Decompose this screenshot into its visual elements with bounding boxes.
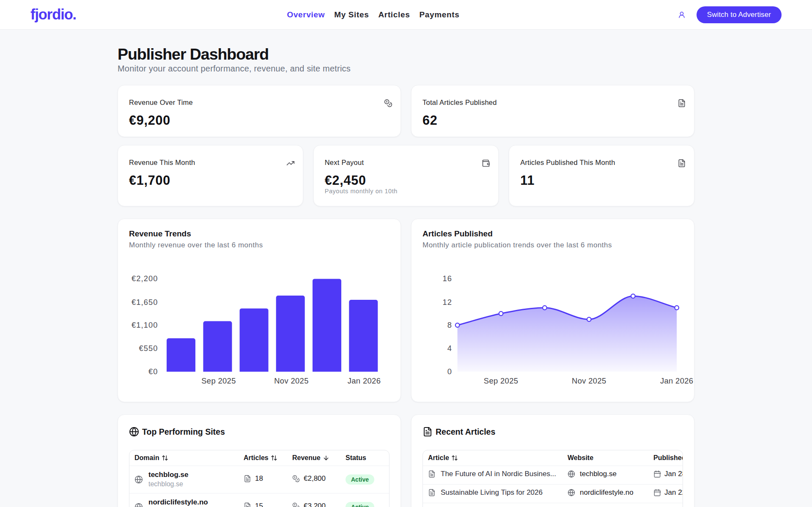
svg-text:0: 0: [447, 367, 452, 376]
svg-text:€0: €0: [148, 367, 158, 376]
svg-text:Nov 2025: Nov 2025: [572, 376, 606, 385]
svg-text:8: 8: [447, 321, 452, 329]
svg-text:Jan 2026: Jan 2026: [660, 376, 693, 385]
svg-text:€2,200: €2,200: [132, 274, 158, 283]
svg-text:€1,100: €1,100: [132, 321, 158, 329]
svg-text:Jan 2026: Jan 2026: [348, 376, 381, 385]
svg-text:Sep 2025: Sep 2025: [201, 376, 236, 385]
svg-text:€1,650: €1,650: [132, 298, 158, 307]
svg-text:Nov 2025: Nov 2025: [274, 376, 309, 385]
svg-text:12: 12: [442, 298, 452, 307]
svg-text:Sep 2025: Sep 2025: [484, 376, 518, 385]
svg-text:4: 4: [447, 344, 452, 353]
svg-text:€550: €550: [139, 344, 158, 353]
svg-text:16: 16: [442, 274, 452, 283]
